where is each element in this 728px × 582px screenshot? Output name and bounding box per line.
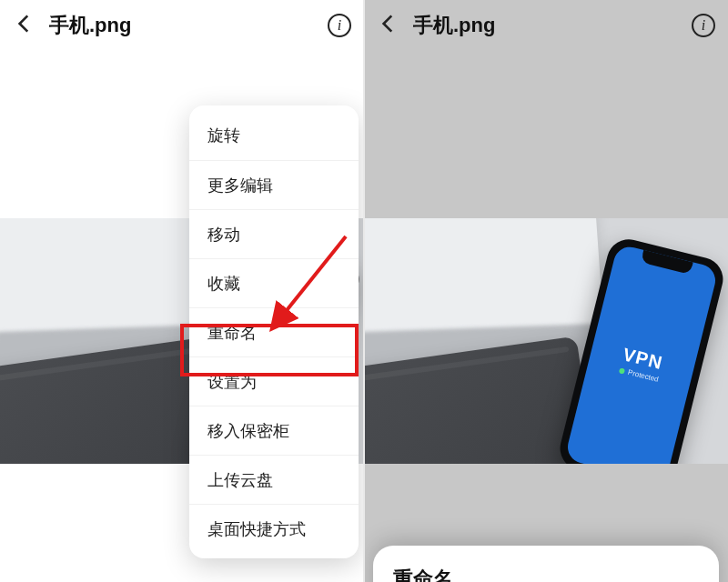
right-pane: 手机.png i VPN Protected 重命名 [364, 0, 728, 582]
context-menu: 旋转 更多编辑 移动 收藏 重命名 设置为 移入保密柜 上传云盘 桌面快捷方式 [189, 105, 359, 558]
menu-item-rename[interactable]: 重命名 [189, 307, 359, 356]
rename-sheet: 重命名 [373, 546, 719, 582]
menu-item-more-edit[interactable]: 更多编辑 [189, 160, 359, 209]
menu-item-favorite[interactable]: 收藏 [189, 258, 359, 307]
topbar: 手机.png i [0, 0, 364, 51]
back-icon[interactable] [13, 12, 36, 39]
sheet-title: 重命名 [393, 566, 699, 582]
pane-divider [363, 0, 365, 582]
menu-item-home-shortcut[interactable]: 桌面快捷方式 [189, 504, 359, 553]
page-title: 手机.png [49, 12, 315, 39]
image-preview: VPN Protected [364, 218, 728, 464]
info-icon[interactable]: i [692, 14, 715, 37]
menu-item-set-as[interactable]: 设置为 [189, 356, 359, 406]
menu-item-safe-box[interactable]: 移入保密柜 [189, 406, 359, 455]
page-title: 手机.png [413, 12, 679, 39]
info-icon[interactable]: i [328, 14, 351, 37]
left-pane: 手机.png i 旋转 更多编辑 移动 收藏 重命名 设置为 移入保密 [0, 0, 364, 582]
menu-item-rotate[interactable]: 旋转 [189, 111, 359, 160]
menu-item-upload-cloud[interactable]: 上传云盘 [189, 455, 359, 504]
back-icon[interactable] [377, 12, 400, 39]
topbar: 手机.png i [364, 0, 728, 51]
menu-item-move[interactable]: 移动 [189, 209, 359, 258]
